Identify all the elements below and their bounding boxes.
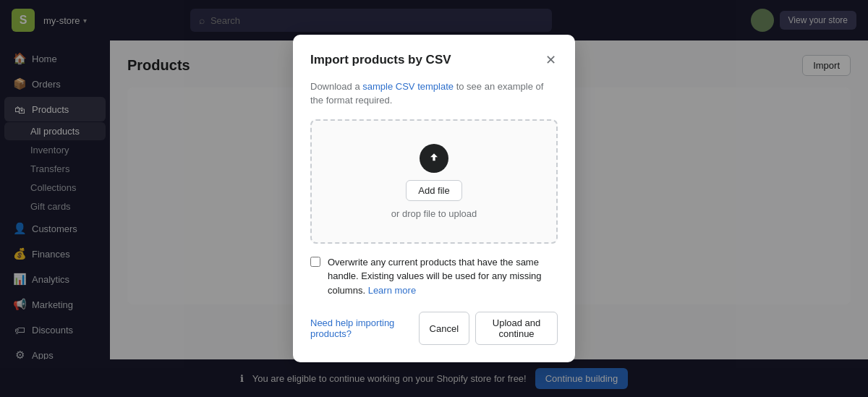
sample-csv-link[interactable]: sample CSV template (362, 81, 454, 92)
modal-title: Import products by CSV (310, 53, 451, 67)
modal-close-button[interactable]: ✕ (544, 52, 558, 68)
modal-overlay: Import products by CSV ✕ Download a samp… (110, 40, 868, 359)
help-link[interactable]: Need help importing products? (310, 317, 419, 339)
modal-header: Import products by CSV ✕ (310, 52, 558, 68)
cancel-button[interactable]: Cancel (419, 312, 469, 345)
upload-continue-button[interactable]: Upload and continue (475, 312, 558, 345)
upload-area[interactable]: Add file or drop file to upload (310, 119, 558, 244)
import-modal: Import products by CSV ✕ Download a samp… (293, 40, 575, 359)
overwrite-checkbox-row: Overwrite any current products that have… (310, 255, 558, 298)
overwrite-checkbox[interactable] (310, 257, 320, 267)
upload-icon (420, 144, 448, 173)
modal-description: Download a sample CSV template to see an… (310, 80, 558, 108)
main-content: Products Import Import products by CSV ✕… (110, 40, 868, 359)
modal-actions: Cancel Upload and continue (419, 312, 558, 345)
layout: 🏠 Home 📦 Orders 🛍 Products All products … (0, 40, 868, 359)
drop-text: or drop file to upload (391, 208, 477, 219)
learn-more-link[interactable]: Learn more (368, 285, 416, 296)
overwrite-label: Overwrite any current products that have… (328, 255, 558, 298)
add-file-button[interactable]: Add file (406, 180, 461, 201)
upload-arrow-icon (427, 151, 441, 166)
modal-footer: Need help importing products? Cancel Upl… (310, 312, 558, 345)
